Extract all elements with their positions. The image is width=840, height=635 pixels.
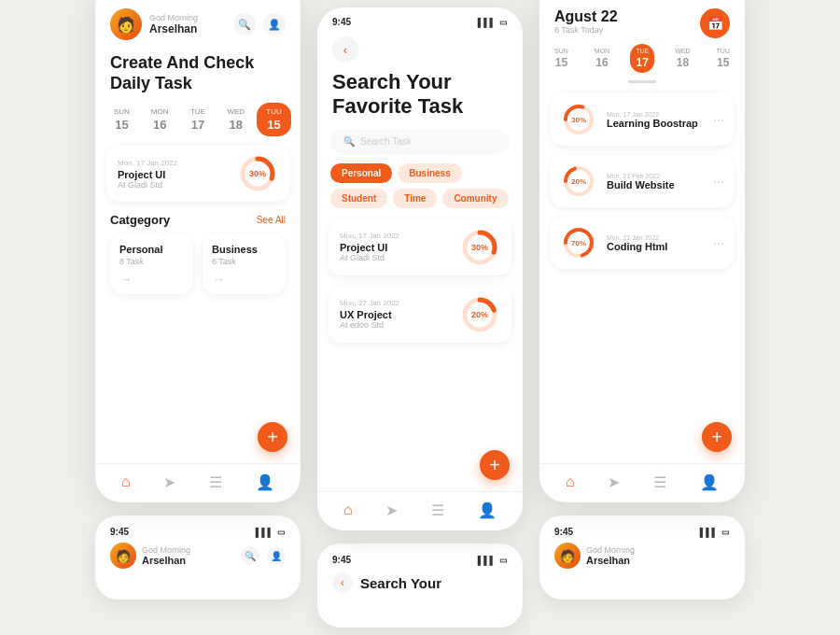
bottom-nav-2: ⌂ ➤ ☰ 👤 — [317, 491, 523, 530]
p1-header: 🧑 God Morning Arselhan 🔍 👤 — [95, 3, 301, 44]
user-icon-btn[interactable]: 👤 — [263, 13, 286, 35]
search-placeholder: Search Task — [360, 136, 412, 147]
avatar-1b: 🧑 — [110, 543, 136, 569]
search-icon-2: 🔍 — [343, 136, 355, 147]
nav-user-2[interactable]: 👤 — [478, 501, 497, 519]
task-info-bootstrap: Mon, 17 Jan 2022 Learning Boostrap — [607, 111, 704, 129]
cat-arrow-business: → — [212, 272, 276, 287]
p3-cal-wed[interactable]: WED 18 — [669, 44, 695, 73]
chip-comunity[interactable]: Comunity — [442, 189, 508, 208]
ring-label-website: 20% — [571, 177, 586, 186]
nav-tasks-3[interactable]: ☰ — [653, 473, 666, 491]
cat-business[interactable]: Business 6 Task → — [203, 234, 286, 294]
p3-cal-tue[interactable]: TUE 17 — [630, 44, 654, 73]
status-bar-1b: 9:45 ▌▌▌ ▭ — [95, 523, 301, 539]
bottom-nav-1: ⌂ ➤ ☰ 👤 — [95, 463, 301, 502]
task-item-html[interactable]: 70% Mon, 21 Jan 2022 Coding Html ··· — [551, 217, 734, 269]
cal-day-tue[interactable]: TUE 17 — [181, 103, 216, 136]
search-icon-btn[interactable]: 🔍 — [233, 13, 256, 35]
progress-ring-bootstrap: 30% — [560, 101, 597, 138]
greeting-text: God Morning — [149, 13, 233, 22]
donut-label-1: 30% — [249, 169, 266, 178]
p3-cal-mon[interactable]: MON 16 — [589, 44, 615, 73]
task-info-website: Mon, 21 Feb 2022 Build Website — [607, 173, 704, 190]
donut-label-2a: 30% — [471, 243, 488, 252]
fab-1[interactable]: + — [258, 422, 287, 452]
filter-chips: Personal Business Student Time Comunity — [317, 163, 523, 216]
task-date-2a: Mon, 17 Jan 2022 — [340, 232, 399, 240]
cat-personal[interactable]: Personal 8 Task → — [110, 234, 193, 294]
task-info-html: Mon, 21 Jan 2022 Coding Html — [607, 234, 704, 252]
p3-tasks-today: 6 Task Today — [554, 25, 618, 35]
cal-day-mon[interactable]: MON 16 — [143, 103, 177, 136]
nav-home-1[interactable]: ⌂ — [121, 473, 131, 491]
see-all-btn[interactable]: See All — [257, 215, 286, 225]
nav-user-1[interactable]: 👤 — [256, 473, 274, 491]
task-card-2a[interactable]: Mon, 17 Jan 2022 Project UI At Gladi Std… — [329, 219, 511, 275]
nav-send-1[interactable]: ➤ — [163, 473, 175, 491]
task-dots-bootstrap[interactable]: ··· — [713, 112, 724, 127]
task-name-2a: Project UI — [340, 242, 399, 253]
chip-business[interactable]: Business — [398, 163, 461, 183]
phone1-card: 9:45 ▌▌▌ ▭ 🧑 God Morning Arselhan 🔍 👤 Cr… — [95, 0, 301, 502]
task-date-2b: Mon, 27 Jan 2022 — [340, 299, 399, 307]
task-card-2b[interactable]: Mon, 27 Jan 2022 UX Project At edoo Std … — [329, 287, 511, 343]
bottom-nav-3: ⌂ ➤ ☰ 👤 — [539, 463, 745, 502]
task-item-bootstrap[interactable]: 30% Mon, 17 Jan 2022 Learning Boostrap ·… — [551, 93, 734, 146]
task-item-website[interactable]: 20% Mon, 21 Feb 2022 Build Website ··· — [551, 155, 734, 207]
avatar-3b: 🧑 — [554, 543, 581, 569]
p3-cal-tuu[interactable]: TUU 15 — [711, 44, 735, 73]
cal-day-tuu[interactable]: TUU 15 — [257, 103, 291, 136]
p3-slider — [628, 80, 656, 83]
p3-calendar: SUN 15 MON 16 TUE 17 WED 18 TUU 15 — [539, 38, 745, 77]
chip-student[interactable]: Student — [330, 189, 387, 208]
task-donut-2b: 20% — [459, 294, 500, 335]
task-sub-2a: At Gladi Std — [340, 253, 399, 262]
phone1-partial: 9:45 ▌▌▌ ▭ 🧑 God Morning Arselhan 🔍 👤 — [95, 515, 301, 600]
task-name-1: Project UI — [118, 169, 177, 180]
category-cards: Personal 8 Task → Business 6 Task → — [95, 231, 301, 302]
back-btn-partial[interactable]: ‹ — [332, 572, 353, 593]
task-sub-2b: At edoo Std — [340, 320, 399, 330]
main-title-1: Create And Check Daily Task — [95, 44, 301, 99]
task-dots-html[interactable]: ··· — [713, 235, 724, 250]
nav-tasks-1[interactable]: ☰ — [209, 473, 222, 491]
task-dots-website[interactable]: ··· — [713, 174, 724, 189]
nav-home-2[interactable]: ⌂ — [343, 501, 353, 519]
search-bar-2[interactable]: 🔍 Search Task — [330, 129, 510, 154]
nav-send-2[interactable]: ➤ — [385, 501, 398, 519]
phone2-card: 9:45 ▌▌▌ ▭ ‹ Search Your Favorite Task 🔍… — [317, 7, 523, 530]
nav-home-3[interactable]: ⌂ — [566, 473, 575, 491]
ring-label-bootstrap: 30% — [571, 116, 586, 124]
p3-date: Agust 22 — [554, 8, 618, 25]
nav-send-3[interactable]: ➤ — [608, 473, 620, 491]
cal-day-sun[interactable]: SUN 15 — [105, 103, 139, 136]
chip-time[interactable]: Time — [393, 189, 437, 208]
task-sub-1: At Gladi Std — [118, 180, 177, 190]
cal-day-wed[interactable]: WED 18 — [218, 103, 253, 136]
ring-label-html: 70% — [571, 239, 586, 247]
p3-cal-sun[interactable]: SUN 15 — [549, 44, 574, 73]
back-button-2[interactable]: ‹ — [332, 36, 358, 63]
fab-2[interactable]: + — [480, 450, 510, 480]
task-card-1[interactable]: Mon, 17 Jan 2022 Project UI At Gladi Std… — [106, 146, 289, 202]
user-name-1: Arselhan — [149, 22, 233, 35]
search-title: Search Your Favorite Task — [317, 68, 523, 129]
p1-header-partial: 🧑 God Morning Arselhan 🔍 👤 — [95, 539, 301, 572]
task-info-1: Mon, 17 Jan 2022 Project UI At Gladi Std — [118, 159, 177, 190]
nav-user-3[interactable]: 👤 — [700, 473, 719, 491]
task-donut-2a: 30% — [459, 227, 500, 268]
nav-tasks-2[interactable]: ☰ — [431, 501, 444, 519]
header-icons: 🔍 👤 — [233, 13, 286, 35]
calendar-strip-1: SUN 15 MON 16 TUE 17 WED 18 TUU 15 — [95, 99, 301, 142]
user-icon-btn-b[interactable]: 👤 — [267, 546, 286, 565]
phone3-card: 9:45 ▌▌▌ ▭ Agust 22 6 Task Today 📅 SUN 1… — [539, 0, 745, 502]
cat-arrow-personal: → — [119, 272, 184, 287]
task-info-2b: Mon, 27 Jan 2022 UX Project At edoo Std — [340, 299, 399, 330]
calendar-icon-btn[interactable]: 📅 — [700, 8, 730, 38]
search-icon-btn-b[interactable]: 🔍 — [241, 546, 259, 565]
status-time-2: 9:45 — [332, 17, 351, 27]
fab-3[interactable]: + — [702, 422, 732, 452]
chip-personal[interactable]: Personal — [330, 163, 392, 183]
status-bar-2: 9:45 ▌▌▌ ▭ — [317, 7, 523, 31]
